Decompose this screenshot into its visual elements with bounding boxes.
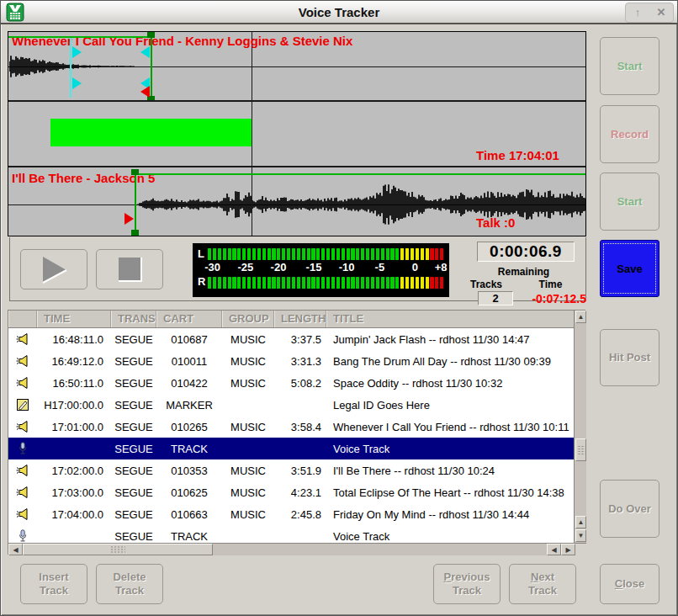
table-row[interactable]: 16:49:12.0SEGUE010011MUSIC3:31.3Bang The…: [8, 350, 574, 372]
cell-trans: SEGUE: [111, 377, 156, 390]
close-button[interactable]: Close: [600, 564, 659, 604]
scroll-down-icon: ▼: [578, 532, 585, 539]
table-row[interactable]: 17:04:00.0SEGUE010663MUSIC2:45.8Friday O…: [8, 503, 574, 525]
start-track2-button[interactable]: Start: [600, 173, 659, 231]
hit-post-button[interactable]: Hit Post: [600, 329, 659, 386]
stop-icon: [97, 250, 162, 289]
meter-scale-tick: -25: [237, 261, 253, 273]
insert-track-button[interactable]: Insert Track: [20, 564, 87, 604]
cell-title: Friday On My Mind -- rdhost 11/30 14:44: [326, 508, 574, 521]
header-group: GROUP: [222, 311, 274, 327]
cell-title: Total Eclipse Of The Heart -- rdhost 11/…: [326, 486, 574, 499]
cell-group: MUSIC: [222, 508, 274, 521]
delete-track-button[interactable]: Delete Track: [96, 564, 163, 604]
table-row[interactable]: 17:03:00.0SEGUE010625MUSIC4:23.1Total Ec…: [8, 481, 574, 503]
time-label: Time: [513, 279, 588, 290]
scroll-right-button[interactable]: ▶: [561, 544, 575, 555]
scroll-up-button2[interactable]: ▲: [575, 516, 586, 528]
scroll-left-icon: ◀: [551, 546, 556, 554]
fadedown-marker-line[interactable]: [70, 37, 72, 98]
speaker-icon: [8, 331, 37, 348]
thumb-grip: [577, 445, 585, 455]
scroll-left-button[interactable]: ◀: [8, 544, 23, 555]
table-row[interactable]: 16:50:11.0SEGUE010422MUSIC5:08.2Space Od…: [8, 372, 574, 394]
track-end-handle[interactable]: [131, 169, 139, 175]
log-table-body: 16:48:11.0SEGUE010687MUSIC3:37.5Jumpin' …: [8, 328, 574, 543]
close-window-button[interactable]: ✕: [649, 3, 673, 22]
cell-time: H17:00:00.0: [37, 399, 111, 412]
table-row[interactable]: 17:02:00.0SEGUE010353MUSIC3:51.9I'll Be …: [8, 459, 574, 481]
next-track-button[interactable]: Next Track: [509, 564, 576, 604]
cell-title: I'll Be There -- rdhost 11/30 10:24: [326, 465, 574, 477]
track-start-marker-line[interactable]: [151, 32, 152, 102]
track-end-handle[interactable]: [131, 230, 139, 236]
track2-waveform-pane[interactable]: I'll Be There - Jackson 5 Talk :0: [8, 169, 585, 236]
track-end-marker-line[interactable]: [135, 169, 136, 236]
cell-cart: 010353: [156, 465, 222, 477]
meter-bars-left: [208, 248, 443, 260]
cell-cart: TRACK: [156, 443, 222, 455]
table-row[interactable]: H17:00:00.0SEGUEMARKERLegal ID Goes Here: [8, 394, 574, 416]
shade-window-button[interactable]: ↑: [626, 3, 649, 22]
cell-title: Bang The Drum All Day -- rdhost 11/30 09…: [326, 355, 574, 368]
app-icon: [6, 3, 24, 22]
table-row[interactable]: SEGUETRACKVoice Track: [8, 438, 574, 459]
microphone-icon: [8, 528, 37, 544]
cell-length: 2:45.8: [274, 508, 326, 521]
cell-trans: SEGUE: [111, 421, 156, 433]
record-button[interactable]: Record: [600, 105, 659, 163]
start-track1-button[interactable]: Start: [600, 37, 659, 95]
fadedown-marker-icon[interactable]: [72, 46, 82, 58]
tracks-label: Tracks: [459, 279, 513, 290]
header-time: TIME: [37, 311, 111, 327]
fadedown-marker-icon[interactable]: [72, 77, 82, 89]
pane-divider: [252, 32, 252, 236]
cell-title: Whenever I Call You Friend -- rdhost 11/…: [326, 421, 574, 433]
cell-cart: MARKER: [156, 399, 222, 412]
segue-marker-icon[interactable]: [124, 213, 134, 225]
cell-time: 16:49:12.0: [37, 355, 111, 368]
elapsed-time-display: 0:00:06.9: [477, 242, 575, 262]
scroll-up-button[interactable]: ▲: [575, 311, 586, 323]
thumb-grip: [110, 546, 125, 554]
vertical-scrollbar[interactable]: ▲ ▲ ▼: [574, 311, 586, 543]
track2-waveform: [136, 179, 585, 230]
meter-right-label: R: [198, 275, 205, 288]
previous-track-button[interactable]: Previous Track: [433, 564, 501, 604]
waveform-display[interactable]: Whenever I Call You Friend - Kenny Loggi…: [8, 31, 586, 236]
table-row[interactable]: SEGUETRACKVoice Track: [8, 525, 574, 543]
play-button[interactable]: [20, 249, 87, 289]
cell-length: 3:37.5: [274, 333, 326, 346]
stop-button[interactable]: [96, 249, 163, 289]
voice-track-region[interactable]: [50, 119, 252, 146]
cell-trans: SEGUE: [111, 399, 156, 412]
track1-waveform-pane[interactable]: Whenever I Call You Friend - Kenny Loggi…: [8, 32, 585, 102]
table-row[interactable]: 16:48:11.0SEGUE010687MUSIC3:37.5Jumpin' …: [8, 328, 574, 350]
scroll-down-button[interactable]: ▼: [575, 529, 586, 542]
cell-group: MUSIC: [222, 486, 274, 499]
speaker-icon: [8, 484, 37, 502]
track-start-handle[interactable]: [147, 32, 155, 38]
speaker-icon: [8, 353, 37, 370]
header-icon-col: [8, 311, 37, 327]
horizontal-scrollbar[interactable]: ◀ ◀ ▶: [8, 543, 586, 555]
save-button[interactable]: Save: [600, 240, 659, 297]
voice-track-pane[interactable]: Time 17:04:01: [8, 104, 585, 167]
cell-trans: SEGUE: [111, 333, 156, 346]
horizontal-scroll-trough[interactable]: [213, 544, 547, 555]
cell-trans: SEGUE: [111, 355, 156, 368]
cell-cart: 010663: [156, 508, 222, 521]
segue-marker-icon[interactable]: [140, 86, 150, 98]
scroll-left-button2[interactable]: ◀: [547, 544, 561, 555]
cell-length: 3:51.9: [274, 465, 326, 477]
horizontal-scroll-thumb[interactable]: [23, 544, 213, 555]
speaker-icon: [8, 418, 37, 436]
meter-left-label: L: [198, 247, 204, 260]
vertical-scroll-thumb[interactable]: [575, 438, 586, 461]
do-over-button[interactable]: Do Over: [600, 480, 659, 538]
log-table-header: TIME TRANS CART GROUP LENGTH TITLE: [8, 311, 574, 328]
table-row[interactable]: 17:01:00.0SEGUE010265MUSIC3:58.4Whenever…: [8, 416, 574, 438]
cell-length: 4:23.1: [274, 486, 326, 499]
fadeup-marker-icon[interactable]: [140, 46, 150, 58]
remaining-tracks-value: 2: [478, 291, 513, 305]
